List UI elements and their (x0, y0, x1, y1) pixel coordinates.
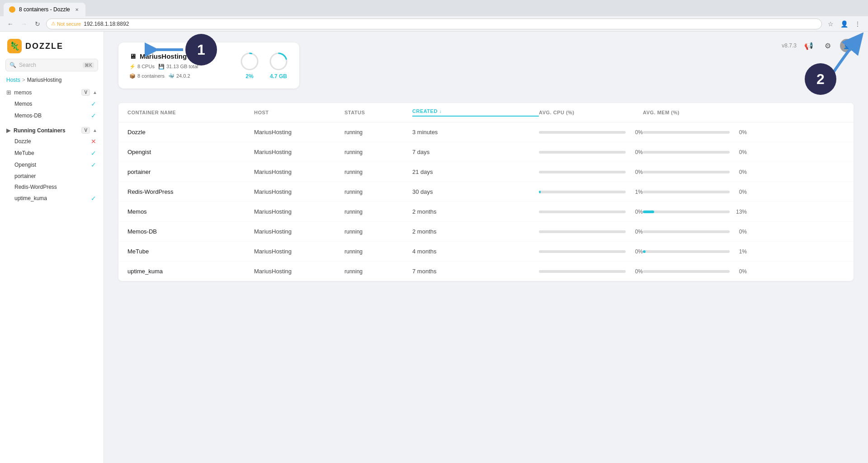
cell-host: MariusHosting (254, 129, 344, 136)
profile-icon[interactable]: 👤 (839, 19, 849, 29)
menu-icon[interactable]: ⋮ (853, 19, 863, 29)
cell-container-name: Memos (127, 208, 254, 215)
mem-bar-value: 0% (734, 229, 747, 235)
table-row[interactable]: Dozzle MariusHosting running 3 minutes 0… (118, 122, 854, 142)
dozzle-status-icon: ✕ (91, 138, 96, 145)
browser-chrome: 8 containers - Dozzle ✕ ← → ↻ ⚠ Not secu… (0, 0, 868, 32)
mem-bar-value: 1% (734, 248, 747, 255)
sidebar-item-opengist[interactable]: Opengist ✓ (11, 159, 100, 171)
app-container: 🦎 DOZZLE 🔍 Search ⌘K Hosts > MariusHosti… (0, 32, 868, 463)
mem-bar-value: 0% (734, 169, 747, 175)
docker-version-meta: 🐳 24.0.2 (168, 73, 190, 79)
table-row[interactable]: MeTube MariusHosting running 4 months 0%… (118, 242, 854, 262)
cpu-bar-fill (539, 191, 541, 193)
col-avg-cpu: AVG. CPU (%) (539, 108, 643, 117)
cell-mem: 0% (643, 189, 747, 195)
search-bar[interactable]: 🔍 Search ⌘K (5, 59, 98, 71)
cpu-bar-bg (539, 171, 626, 173)
table-row[interactable]: Memos MariusHosting running 2 months 0% … (118, 202, 854, 222)
col-created[interactable]: CREATED ↓ (412, 108, 539, 117)
bookmark-icon[interactable]: ☆ (826, 19, 835, 29)
back-button[interactable]: ← (5, 19, 15, 29)
breadcrumb-separator: > (22, 77, 25, 83)
host-gauges: 2% 4.7 GB (240, 51, 288, 80)
cell-container-name: Memos-DB (127, 228, 254, 235)
cell-host: MariusHosting (254, 228, 344, 235)
cell-status: running (344, 248, 412, 255)
cpu-bar-bg (539, 210, 626, 213)
cell-host: MariusHosting (254, 208, 344, 215)
uptime-kuma-item-label: uptime_kuma (14, 195, 88, 201)
cell-created: 2 months (412, 228, 539, 235)
tab-close-button[interactable]: ✕ (74, 6, 80, 13)
mem-bar-bg (643, 230, 730, 233)
table-row[interactable]: Redis-WordPress MariusHosting running 30… (118, 182, 854, 202)
cpu-bar-value: 0% (630, 229, 643, 235)
annotation-1: 1 (145, 34, 217, 65)
sidebar-item-memos[interactable]: Memos ✓ (11, 98, 100, 110)
cpu-bar-value: 0% (630, 149, 643, 155)
mem-gauge-value: 4.7 GB (270, 73, 287, 80)
cell-mem: 0% (643, 169, 747, 175)
cell-host: MariusHosting (254, 248, 344, 255)
memos-group-header[interactable]: ⊞ memos V ▲ (4, 87, 100, 98)
table-row[interactable]: Opengist MariusHosting running 7 days 0%… (118, 142, 854, 162)
stack-icon: ⊞ (6, 89, 11, 96)
opengist-status-icon: ✓ (91, 161, 96, 168)
table-row[interactable]: portainer MariusHosting running 21 days … (118, 162, 854, 182)
cpu-bar-value: 0% (630, 209, 643, 215)
cell-container-name: Dozzle (127, 129, 254, 136)
breadcrumb-hosts[interactable]: Hosts (6, 77, 20, 83)
cell-cpu: 0% (539, 169, 643, 175)
cell-created: 2 months (412, 208, 539, 215)
sidebar-header: 🦎 DOZZLE (0, 32, 104, 59)
dozzle-logo: 🦎 (7, 39, 22, 53)
sidebar-item-metube[interactable]: MeTube ✓ (11, 147, 100, 159)
not-secure-indicator: ⚠ Not secure (51, 21, 81, 27)
sidebar-item-uptime-kuma[interactable]: uptime_kuma ✓ (11, 192, 100, 204)
cell-status: running (344, 209, 412, 215)
memos-status-icon: ✓ (91, 100, 96, 108)
opengist-item-label: Opengist (14, 162, 88, 168)
cell-status: running (344, 149, 412, 155)
cpu-gauge: 2% (240, 51, 259, 80)
table-row[interactable]: Memos-DB MariusHosting running 2 months … (118, 222, 854, 242)
cpu-bar-bg (539, 270, 626, 273)
cell-created: 4 months (412, 248, 539, 255)
running-containers-section-header: ▶ Running Containers V ▲ (4, 123, 100, 136)
col-container-name: CONTAINER NAME (127, 108, 254, 117)
app-title: DOZZLE (25, 42, 63, 51)
mem-bar-fill (643, 210, 654, 213)
sidebar-item-dozzle[interactable]: Dozzle ✕ (11, 136, 100, 147)
svg-point-0 (241, 53, 258, 70)
sidebar-item-redis-wordpress[interactable]: Redis-WordPress (11, 182, 100, 192)
mem-bar-bg (643, 250, 730, 253)
col-host: HOST (254, 108, 344, 117)
mem-gauge: 4.7 GB (269, 51, 288, 80)
server-icon: 🖥 (129, 52, 136, 60)
reload-button[interactable]: ↻ (33, 19, 42, 29)
cell-container-name: uptime_kuma (127, 268, 254, 275)
table-row[interactable]: uptime_kuma MariusHosting running 7 mont… (118, 262, 854, 281)
sidebar-item-portainer[interactable]: portainer (11, 171, 100, 182)
search-icon: 🔍 (9, 62, 16, 68)
sidebar-item-memos-db[interactable]: Memos-DB ✓ (11, 110, 100, 122)
memos-item-label: Memos (14, 101, 88, 107)
url-display: 192.168.1.18:8892 (84, 21, 129, 27)
mem-bar-bg (643, 151, 730, 154)
cell-created: 21 days (412, 168, 539, 175)
cell-host: MariusHosting (254, 188, 344, 195)
col-status: STATUS (344, 108, 412, 117)
mem-bar-bg (643, 171, 730, 173)
containers-meta: 📦 8 containers (129, 73, 165, 79)
address-bar[interactable]: ⚠ Not secure 192.168.1.18:8892 (46, 19, 822, 29)
cell-container-name: portainer (127, 168, 254, 175)
cell-container-name: Opengist (127, 149, 254, 155)
cpu-bar-value: 0% (630, 248, 643, 255)
browser-tab-active[interactable]: 8 containers - Dozzle ✕ (4, 3, 85, 16)
mem-bar-value: 13% (734, 209, 747, 215)
forward-button[interactable]: → (19, 19, 29, 29)
portainer-item-label: portainer (14, 173, 96, 179)
search-label: Search (19, 62, 36, 68)
annotation-2-container: 2 (796, 32, 868, 104)
